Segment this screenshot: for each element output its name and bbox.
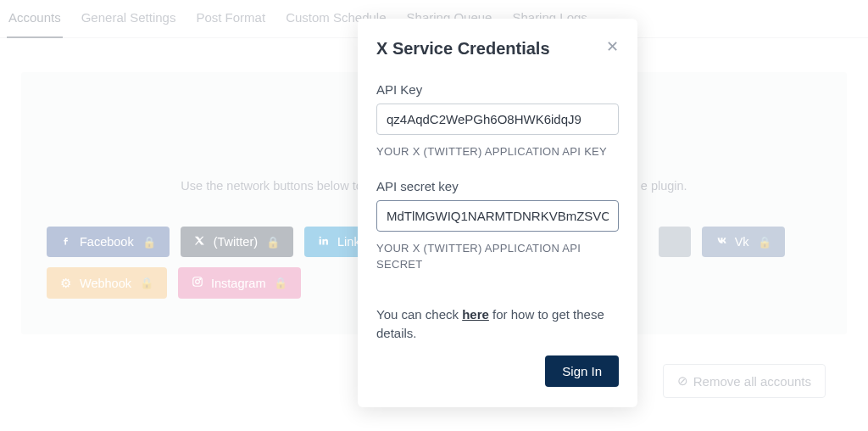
api-key-label: API Key xyxy=(376,82,619,97)
lock-icon: 🔒 xyxy=(266,236,280,249)
lock-icon: 🔒 xyxy=(142,236,156,249)
vk-button[interactable]: Vk 🔒 xyxy=(702,227,785,257)
api-secret-label: API secret key xyxy=(376,179,619,193)
close-icon: ✕ xyxy=(606,38,619,55)
svg-point-4 xyxy=(200,278,201,279)
prohibit-icon: ⊘ xyxy=(677,373,688,389)
facebook-button[interactable]: Facebook 🔒 xyxy=(47,227,170,257)
svg-rect-0 xyxy=(320,239,321,245)
api-key-help: YOUR X (TWITTER) APPLICATION API KEY xyxy=(376,143,619,160)
api-secret-input[interactable] xyxy=(376,200,619,232)
vk-icon xyxy=(715,235,726,249)
tab-post-format[interactable]: Post Format xyxy=(194,10,267,37)
tab-accounts[interactable]: Accounts xyxy=(7,10,63,38)
linkedin-icon xyxy=(318,235,329,249)
close-button[interactable]: ✕ xyxy=(606,39,619,54)
facebook-icon xyxy=(60,235,71,249)
x-twitter-button[interactable]: (Twitter) 🔒 xyxy=(181,227,293,257)
modal-title: X Service Credentials xyxy=(376,39,550,59)
svg-point-1 xyxy=(320,237,321,238)
credentials-modal: X Service Credentials ✕ API Key YOUR X (… xyxy=(358,19,637,407)
lock-icon: 🔒 xyxy=(274,277,287,289)
instagram-button[interactable]: Instagram 🔒 xyxy=(178,267,301,299)
gray-button-1[interactable] xyxy=(659,227,691,257)
x-icon xyxy=(194,235,205,249)
api-key-input[interactable] xyxy=(376,104,619,135)
webhook-button[interactable]: ⚙ Webhook 🔒 xyxy=(47,267,167,299)
instagram-icon xyxy=(192,276,203,290)
api-secret-help: YOUR X (TWITTER) APPLICATION API SECRET xyxy=(376,240,619,273)
lock-icon: 🔒 xyxy=(140,277,153,289)
info-text: You can check here for how to get these … xyxy=(376,305,619,344)
svg-point-3 xyxy=(196,280,200,284)
sign-in-button[interactable]: Sign In xyxy=(545,355,619,387)
lock-icon: 🔒 xyxy=(758,236,771,249)
info-link[interactable]: here xyxy=(462,307,489,322)
webhook-icon: ⚙ xyxy=(60,277,71,290)
remove-all-accounts-button[interactable]: ⊘ Remove all accounts xyxy=(663,364,826,398)
tab-general-settings[interactable]: General Settings xyxy=(80,10,178,37)
